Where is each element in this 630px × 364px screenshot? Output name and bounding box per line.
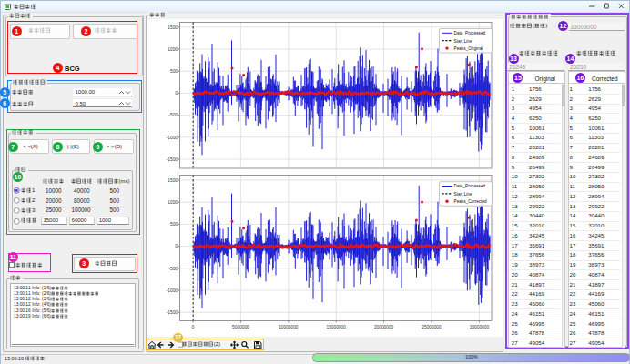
svg-text:Peaks_Original: Peaks_Original <box>454 46 483 51</box>
svg-text:9: 9 <box>21 356 24 361</box>
svg-text:2: 2 <box>32 197 36 203</box>
svg-text:500: 500 <box>170 69 178 74</box>
svg-text:Start Line: Start Line <box>454 192 472 197</box>
svg-text:-1000: -1000 <box>167 136 178 140</box>
svg-text::: : <box>39 308 40 313</box>
svg-text:0: 0 <box>192 325 195 329</box>
svg-text:): ) <box>545 22 547 28</box>
svg-text:): ) <box>127 178 129 184</box>
svg-text:0: 0 <box>175 91 178 96</box>
svg-text:): ) <box>49 297 51 301</box>
svg-text:3: 3 <box>32 207 36 213</box>
svg-text:): ) <box>218 341 220 347</box>
svg-text:9: 9 <box>28 314 31 318</box>
svg-text:): ) <box>49 308 51 313</box>
svg-text:2: 2 <box>28 302 31 307</box>
svg-text:): ) <box>49 286 51 290</box>
svg-text:): ) <box>49 291 51 296</box>
svg-text:0: 0 <box>175 244 178 248</box>
svg-text:500: 500 <box>170 222 178 227</box>
svg-text:-500: -500 <box>168 267 178 271</box>
svg-text::: : <box>39 302 40 307</box>
svg-text:Peaks_Corrected: Peaks_Corrected <box>454 199 488 204</box>
svg-text:Data_Processed: Data_Processed <box>454 184 486 188</box>
svg-text:): ) <box>49 302 51 307</box>
svg-text:2: 2 <box>28 297 31 301</box>
svg-text:-1500: -1500 <box>167 157 178 162</box>
svg-text:Start Line: Start Line <box>454 39 472 44</box>
svg-text:1: 1 <box>32 187 36 193</box>
svg-text:1: 1 <box>28 291 31 296</box>
svg-text:(: ( <box>532 22 534 28</box>
svg-text:1500: 1500 <box>168 25 178 30</box>
svg-text::: : <box>39 286 40 290</box>
svg-text:Data_Processed: Data_Processed <box>454 31 486 35</box>
svg-text:-500: -500 <box>168 113 178 117</box>
svg-text:1000: 1000 <box>168 47 178 52</box>
svg-text:10000000: 10000000 <box>279 325 299 329</box>
svg-text:1500: 1500 <box>168 178 178 183</box>
svg-text:5000000: 5000000 <box>232 325 249 329</box>
svg-text:1: 1 <box>28 286 31 290</box>
svg-text::: : <box>39 291 40 296</box>
svg-text:25000000: 25000000 <box>422 325 442 329</box>
svg-text:-1000: -1000 <box>167 288 178 293</box>
svg-text:-1500: -1500 <box>167 310 178 315</box>
svg-text:): ) <box>49 314 51 318</box>
svg-text:15000000: 15000000 <box>327 325 347 329</box>
svg-text:30000000: 30000000 <box>470 325 490 329</box>
svg-text:1000: 1000 <box>168 200 178 205</box>
svg-text::: : <box>39 314 40 318</box>
svg-text::: : <box>39 297 40 301</box>
svg-text:20000000: 20000000 <box>374 325 394 329</box>
svg-text:6: 6 <box>28 308 31 313</box>
